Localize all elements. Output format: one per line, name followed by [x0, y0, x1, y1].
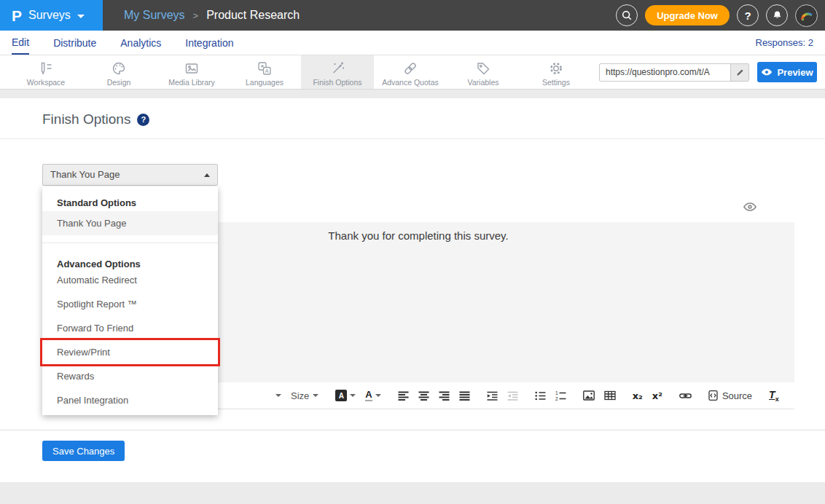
ribbon-items: Workspace Design — [9, 55, 593, 89]
chevron-down-icon — [375, 394, 381, 397]
finish-options-panel: Finish Options ? Thank You Page Standard… — [0, 98, 825, 482]
align-right-icon — [439, 391, 450, 401]
bell-icon — [772, 10, 783, 21]
svg-text:1: 1 — [555, 391, 558, 395]
ribbon-item-media-library[interactable]: Media Library — [155, 55, 228, 89]
help-button[interactable]: ? — [737, 4, 759, 26]
tag-icon — [475, 60, 491, 76]
palette-icon — [111, 60, 127, 76]
decrease-indent-icon — [507, 391, 518, 401]
font-dropdown-caret[interactable] — [275, 394, 281, 397]
source-button[interactable]: Source — [708, 390, 752, 401]
survey-section-nav: Edit Distribute Analytics Integration Re… — [0, 31, 825, 55]
justify-icon — [459, 391, 470, 401]
text-color-button[interactable]: A — [365, 390, 380, 401]
insert-table-icon — [604, 390, 616, 401]
menu-item-spotlight-report[interactable]: Spotlight Report ™ — [42, 292, 218, 316]
menu-item-automatic-redirect[interactable]: Automatic Redirect — [42, 268, 218, 292]
align-center-button[interactable] — [418, 391, 429, 401]
subscript-button[interactable]: x₂ — [633, 390, 643, 401]
finish-option-dropdown-menu: Standard Options Thank You Page Advanced… — [42, 186, 218, 415]
survey-url-field[interactable]: https://questionpro.com/t/A — [599, 63, 749, 82]
numbered-list-button[interactable]: 1 2 — [555, 391, 566, 401]
breadcrumb-current-survey: Product Research — [206, 9, 300, 22]
chain-links-icon — [402, 60, 418, 76]
finish-option-select[interactable]: Thank You Page — [42, 164, 218, 186]
tab-analytics[interactable]: Analytics — [120, 31, 161, 55]
preview-button[interactable]: Preview — [757, 62, 817, 82]
menu-item-review-print[interactable]: Review/Print — [42, 340, 218, 364]
align-left-button[interactable] — [398, 391, 409, 401]
chevron-down-icon — [350, 394, 356, 397]
bullet-list-icon — [535, 391, 546, 401]
surveys-menu-label: Surveys — [28, 9, 71, 22]
insert-image-icon — [583, 390, 595, 401]
align-right-button[interactable] — [439, 391, 450, 401]
menu-item-thank-you-page[interactable]: Thank You Page — [42, 211, 218, 235]
ribbon-item-design[interactable]: Design — [82, 55, 155, 89]
tab-distribute[interactable]: Distribute — [53, 31, 96, 55]
ribbon-item-advance-quotas[interactable]: Advance Quotas — [374, 55, 447, 89]
magic-wand-icon — [329, 60, 345, 76]
thank-you-message-text: Thank you for completing this survey. — [328, 229, 508, 242]
edit-ribbon-toolbar: Workspace Design — [0, 55, 825, 90]
background-color-button[interactable]: A — [335, 390, 356, 401]
increase-indent-button[interactable] — [487, 391, 498, 401]
eye-icon — [761, 68, 773, 76]
menu-item-forward-to-friend[interactable]: Forward To Friend — [42, 316, 218, 340]
section-tabs: Edit Distribute Analytics Integration — [12, 31, 233, 55]
breadcrumb: My Surveys > Product Research — [124, 0, 300, 31]
finish-options-help-icon[interactable]: ? — [137, 114, 149, 126]
ribbon-item-finish-options[interactable]: Finish Options — [301, 55, 374, 89]
numbered-list-icon: 1 2 — [555, 391, 566, 401]
font-size-dropdown[interactable]: Size — [291, 390, 318, 401]
ribbon-item-languages[interactable]: A Languages — [228, 55, 301, 89]
align-left-icon — [398, 391, 409, 401]
ribbon-item-workspace[interactable]: Workspace — [9, 55, 82, 89]
breadcrumb-my-surveys[interactable]: My Surveys — [124, 9, 185, 22]
header-actions: Upgrade Now ? — [616, 0, 818, 31]
menu-group-advanced-options: Advanced Options — [42, 243, 218, 268]
edit-url-button[interactable] — [730, 64, 748, 81]
text-color-icon: A — [365, 390, 372, 401]
avatar-rainbow-icon — [799, 8, 814, 23]
insert-image-button[interactable] — [583, 390, 595, 401]
svg-text:2: 2 — [555, 395, 558, 400]
source-button-label: Source — [722, 390, 752, 401]
justify-button[interactable] — [459, 391, 470, 401]
chevron-down-icon — [313, 394, 318, 397]
selected-option-value: Thank You Page — [43, 165, 217, 185]
svg-text:A: A — [265, 67, 270, 74]
insert-table-button[interactable] — [604, 390, 616, 401]
superscript-button[interactable]: x² — [652, 390, 662, 401]
translate-icon: A — [257, 60, 273, 76]
page-head: Finish Options ? — [42, 111, 149, 127]
remove-format-button[interactable]: Tx — [769, 389, 779, 403]
surveys-menu-button[interactable]: P Surveys — [0, 0, 103, 31]
search-icon — [621, 9, 633, 21]
tab-edit[interactable]: Edit — [12, 31, 29, 55]
save-changes-button[interactable]: Save Changes — [42, 441, 125, 461]
menu-item-rewards[interactable]: Rewards — [42, 364, 218, 388]
preview-button-label: Preview — [777, 67, 813, 78]
breadcrumb-separator: > — [193, 10, 199, 21]
menu-group-standard-options: Standard Options — [42, 195, 218, 211]
menu-item-panel-integration[interactable]: Panel Integration — [42, 388, 218, 412]
tab-integration[interactable]: Integration — [185, 31, 233, 55]
eye-icon — [743, 202, 756, 211]
increase-indent-icon — [487, 391, 498, 401]
title-divider — [0, 138, 825, 139]
pencil-icon — [736, 68, 744, 76]
insert-link-button[interactable] — [679, 391, 692, 401]
align-center-icon — [418, 391, 429, 401]
ribbon-item-settings[interactable]: Settings — [520, 55, 593, 89]
decrease-indent-button[interactable] — [507, 391, 518, 401]
workspace-icon — [38, 60, 54, 76]
bullet-list-button[interactable] — [535, 391, 546, 401]
ribbon-item-variables[interactable]: Variables — [447, 55, 520, 89]
notifications-button[interactable] — [766, 4, 788, 26]
upgrade-now-button[interactable]: Upgrade Now — [645, 5, 730, 25]
preview-toggle-button[interactable] — [743, 202, 756, 211]
search-button[interactable] — [616, 4, 638, 26]
account-avatar[interactable] — [795, 4, 818, 27]
